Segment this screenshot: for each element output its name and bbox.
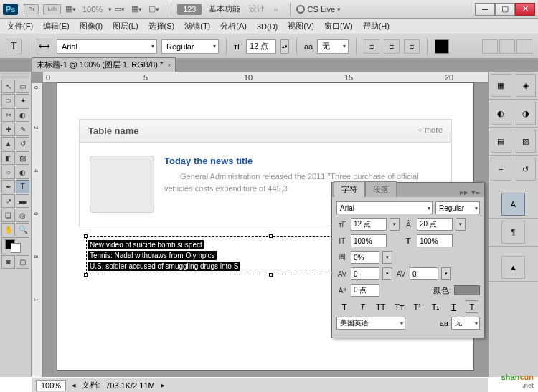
panel-menu-icon[interactable]: ▾≡: [471, 188, 480, 197]
cp-kerning-drop[interactable]: ▾: [382, 267, 392, 280]
ruler-vertical[interactable]: 0 2 4 6 8 1: [32, 83, 43, 377]
maximize-button[interactable]: ▢: [495, 3, 515, 16]
eraser-tool[interactable]: ◧: [1, 151, 15, 165]
color-swatches[interactable]: [1, 237, 29, 254]
subscript-button[interactable]: T₁: [429, 300, 442, 313]
panel-history-icon[interactable]: ↺: [516, 158, 537, 181]
cp-font-select[interactable]: Arial: [336, 201, 433, 214]
cp-kerning2-input[interactable]: 0: [410, 267, 438, 280]
panel-masks-icon[interactable]: ◑: [516, 102, 537, 125]
cp-leading-input[interactable]: 20 点: [417, 218, 453, 231]
text-color-swatch[interactable]: [435, 39, 449, 54]
minibridge-button[interactable]: Mb: [43, 4, 61, 14]
dodge-tool[interactable]: ◐: [16, 166, 29, 179]
panel-paths-icon[interactable]: ≡: [491, 158, 511, 181]
cp-lang-select[interactable]: 美国英语: [336, 317, 405, 330]
scroll-left-icon[interactable]: ◂: [72, 381, 76, 390]
char-panel-button[interactable]: [499, 39, 515, 54]
workspace-essentials[interactable]: 基本功能: [209, 4, 240, 14]
menu-filter[interactable]: 滤镜(T): [184, 21, 210, 32]
menu-edit[interactable]: 编辑(E): [43, 21, 70, 32]
warp-text-button[interactable]: [482, 39, 498, 54]
menu-select[interactable]: 选择(S): [148, 21, 175, 32]
type-tool[interactable]: T: [16, 180, 29, 193]
zoom-tool[interactable]: 🔍: [16, 223, 29, 236]
lasso-tool[interactable]: ⊃: [1, 94, 15, 107]
menu-window[interactable]: 窗口(W): [324, 21, 353, 32]
cp-tracking-input[interactable]: 0%: [351, 251, 379, 264]
panel-collapse-icon[interactable]: ▸▸: [460, 188, 468, 197]
wand-tool[interactable]: ✦: [16, 94, 29, 107]
workspace-design[interactable]: 设计: [249, 4, 265, 14]
eyedropper-tool[interactable]: ◐: [16, 108, 29, 122]
minimize-button[interactable]: ─: [475, 3, 495, 16]
cp-aa-select[interactable]: 无: [451, 317, 480, 330]
panel-paragraph-icon[interactable]: ¶: [501, 221, 525, 244]
faux-bold-button[interactable]: T: [338, 300, 351, 313]
ruler-horizontal[interactable]: 0 5 10 15 20: [43, 72, 488, 83]
gradient-tool[interactable]: ▨: [16, 151, 29, 165]
strikethrough-button[interactable]: Ŧ: [466, 300, 478, 313]
cslive-button[interactable]: CS Live▾: [296, 5, 343, 14]
underline-button[interactable]: T: [448, 300, 461, 313]
cp-tracking-drop[interactable]: ▾: [382, 251, 392, 264]
shape-tool[interactable]: ▬: [16, 194, 29, 208]
panel-layers-icon[interactable]: ▤: [491, 130, 511, 153]
text-tool-icon[interactable]: T: [6, 39, 22, 54]
quickmask-tool[interactable]: ◙: [1, 255, 15, 269]
menu-help[interactable]: 帮助(H): [363, 21, 390, 32]
doc-info-menu-icon[interactable]: ▸: [161, 381, 165, 390]
screen-mode-icon[interactable]: ▦▾: [65, 4, 78, 15]
menu-3d[interactable]: 3D(D): [257, 22, 278, 31]
cp-kerning2-drop[interactable]: ▾: [441, 267, 451, 280]
font-size-input[interactable]: 12 点: [246, 39, 276, 54]
cp-color-swatch[interactable]: [454, 285, 480, 295]
panel-character-icon[interactable]: A: [501, 193, 525, 216]
antialias-select[interactable]: 无: [317, 39, 349, 54]
smallcaps-button[interactable]: Tᴛ: [392, 300, 405, 313]
marquee-tool[interactable]: ▭: [16, 80, 29, 93]
font-size-stepper[interactable]: ▴▾: [280, 39, 289, 54]
screen-icon[interactable]: ▢▾: [148, 4, 161, 15]
menu-image[interactable]: 图像(I): [80, 21, 103, 32]
panel-swatches-icon[interactable]: ◈: [516, 74, 537, 97]
pen-tool[interactable]: ✒: [1, 180, 15, 193]
workspace-more-icon[interactable]: »: [273, 5, 278, 14]
hand-tool[interactable]: ✋: [1, 223, 15, 236]
close-tab-icon[interactable]: ×: [167, 62, 171, 69]
menu-layer[interactable]: 图层(L): [113, 21, 138, 32]
panel-color-icon[interactable]: ▦: [491, 74, 511, 97]
font-family-select[interactable]: Arial: [57, 39, 157, 54]
text-orientation-icon[interactable]: ⟷: [37, 39, 52, 54]
brush-tool[interactable]: ✎: [16, 123, 29, 136]
menu-file[interactable]: 文件(F): [7, 21, 33, 32]
align-center-button[interactable]: ≡: [384, 39, 400, 54]
cp-hscale-input[interactable]: 100%: [417, 234, 453, 247]
screenmode-tool[interactable]: ▢: [16, 255, 29, 269]
faux-italic-button[interactable]: T: [356, 300, 369, 313]
allcaps-button[interactable]: TT: [374, 300, 387, 313]
toolbox-grip[interactable]: [1, 73, 29, 79]
cp-weight-select[interactable]: Regular: [435, 201, 480, 214]
crop-tool[interactable]: ✂: [1, 108, 15, 122]
cp-size-drop[interactable]: ▾: [390, 218, 400, 231]
path-tool[interactable]: ↗: [1, 194, 15, 208]
move-tool[interactable]: ↖: [1, 80, 15, 93]
history-brush-tool[interactable]: ↺: [16, 137, 29, 150]
cp-leading-drop[interactable]: ▾: [456, 218, 466, 231]
panel-channels-icon[interactable]: ▧: [516, 130, 537, 153]
superscript-button[interactable]: T¹: [411, 300, 424, 313]
cancel-edit-button[interactable]: [516, 39, 532, 54]
view-extras-icon[interactable]: ▭▾: [113, 4, 126, 15]
character-panel[interactable]: 字符 段落 ▸▸▾≡ Arial Regular тГ 12 点▾ А̂ 20 …: [331, 182, 485, 338]
align-left-button[interactable]: ≡: [364, 39, 379, 54]
cp-size-input[interactable]: 12 点: [351, 218, 387, 231]
cp-baseline-input[interactable]: 0 点: [351, 284, 379, 297]
cp-kerning-input[interactable]: 0: [351, 267, 379, 280]
align-right-button[interactable]: ≡: [404, 39, 420, 54]
close-button[interactable]: ✕: [515, 3, 535, 16]
workspace-pill[interactable]: 123: [177, 4, 202, 15]
menu-analysis[interactable]: 分析(A): [220, 21, 247, 32]
menu-view[interactable]: 视图(V): [288, 21, 314, 32]
heal-tool[interactable]: ✚: [1, 123, 15, 136]
